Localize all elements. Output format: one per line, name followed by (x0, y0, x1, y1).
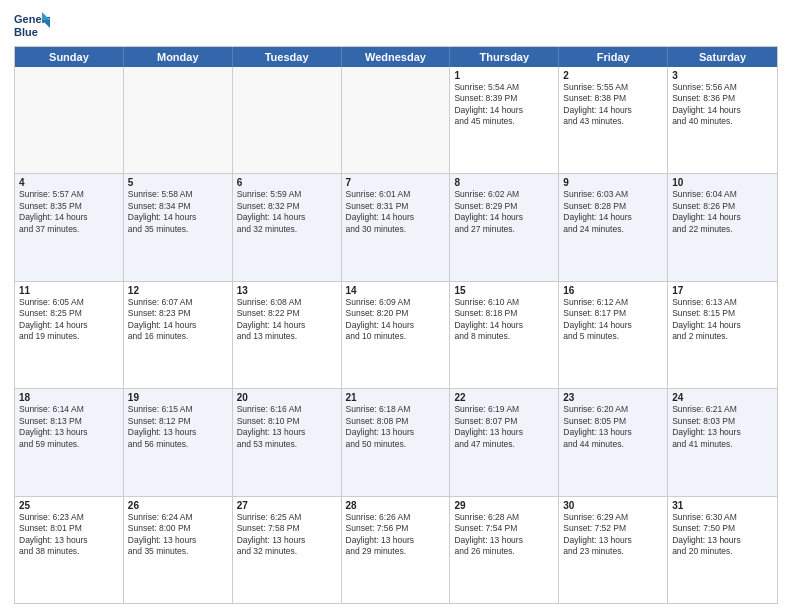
weekday-header: Tuesday (233, 47, 342, 67)
cell-info: Sunrise: 5:59 AM Sunset: 8:32 PM Dayligh… (237, 189, 337, 235)
calendar-header: SundayMondayTuesdayWednesdayThursdayFrid… (15, 47, 777, 67)
calendar-row: 1Sunrise: 5:54 AM Sunset: 8:39 PM Daylig… (15, 67, 777, 173)
calendar-cell: 7Sunrise: 6:01 AM Sunset: 8:31 PM Daylig… (342, 174, 451, 280)
cell-info: Sunrise: 6:16 AM Sunset: 8:10 PM Dayligh… (237, 404, 337, 450)
weekday-header: Wednesday (342, 47, 451, 67)
calendar-row: 4Sunrise: 5:57 AM Sunset: 8:35 PM Daylig… (15, 173, 777, 280)
cell-info: Sunrise: 6:29 AM Sunset: 7:52 PM Dayligh… (563, 512, 663, 558)
day-number: 5 (128, 177, 228, 188)
calendar-cell: 15Sunrise: 6:10 AM Sunset: 8:18 PM Dayli… (450, 282, 559, 388)
day-number: 21 (346, 392, 446, 403)
calendar-cell (233, 67, 342, 173)
day-number: 3 (672, 70, 773, 81)
calendar-cell: 14Sunrise: 6:09 AM Sunset: 8:20 PM Dayli… (342, 282, 451, 388)
cell-info: Sunrise: 6:19 AM Sunset: 8:07 PM Dayligh… (454, 404, 554, 450)
day-number: 19 (128, 392, 228, 403)
calendar-cell: 19Sunrise: 6:15 AM Sunset: 8:12 PM Dayli… (124, 389, 233, 495)
calendar-cell: 1Sunrise: 5:54 AM Sunset: 8:39 PM Daylig… (450, 67, 559, 173)
day-number: 8 (454, 177, 554, 188)
calendar-cell: 22Sunrise: 6:19 AM Sunset: 8:07 PM Dayli… (450, 389, 559, 495)
logo: General Blue (14, 10, 50, 40)
header: General Blue (14, 10, 778, 40)
day-number: 17 (672, 285, 773, 296)
cell-info: Sunrise: 6:15 AM Sunset: 8:12 PM Dayligh… (128, 404, 228, 450)
cell-info: Sunrise: 6:18 AM Sunset: 8:08 PM Dayligh… (346, 404, 446, 450)
cell-info: Sunrise: 6:13 AM Sunset: 8:15 PM Dayligh… (672, 297, 773, 343)
calendar-body: 1Sunrise: 5:54 AM Sunset: 8:39 PM Daylig… (15, 67, 777, 603)
day-number: 29 (454, 500, 554, 511)
cell-info: Sunrise: 6:23 AM Sunset: 8:01 PM Dayligh… (19, 512, 119, 558)
cell-info: Sunrise: 6:14 AM Sunset: 8:13 PM Dayligh… (19, 404, 119, 450)
cell-info: Sunrise: 6:10 AM Sunset: 8:18 PM Dayligh… (454, 297, 554, 343)
cell-info: Sunrise: 6:20 AM Sunset: 8:05 PM Dayligh… (563, 404, 663, 450)
cell-info: Sunrise: 6:04 AM Sunset: 8:26 PM Dayligh… (672, 189, 773, 235)
calendar-cell: 26Sunrise: 6:24 AM Sunset: 8:00 PM Dayli… (124, 497, 233, 603)
calendar-cell: 12Sunrise: 6:07 AM Sunset: 8:23 PM Dayli… (124, 282, 233, 388)
cell-info: Sunrise: 6:03 AM Sunset: 8:28 PM Dayligh… (563, 189, 663, 235)
day-number: 9 (563, 177, 663, 188)
svg-text:Blue: Blue (14, 26, 38, 38)
cell-info: Sunrise: 6:07 AM Sunset: 8:23 PM Dayligh… (128, 297, 228, 343)
calendar-row: 11Sunrise: 6:05 AM Sunset: 8:25 PM Dayli… (15, 281, 777, 388)
cell-info: Sunrise: 6:21 AM Sunset: 8:03 PM Dayligh… (672, 404, 773, 450)
calendar-cell: 18Sunrise: 6:14 AM Sunset: 8:13 PM Dayli… (15, 389, 124, 495)
calendar-cell: 30Sunrise: 6:29 AM Sunset: 7:52 PM Dayli… (559, 497, 668, 603)
day-number: 27 (237, 500, 337, 511)
day-number: 20 (237, 392, 337, 403)
day-number: 12 (128, 285, 228, 296)
calendar-cell: 4Sunrise: 5:57 AM Sunset: 8:35 PM Daylig… (15, 174, 124, 280)
day-number: 2 (563, 70, 663, 81)
calendar-cell (342, 67, 451, 173)
calendar-cell: 28Sunrise: 6:26 AM Sunset: 7:56 PM Dayli… (342, 497, 451, 603)
cell-info: Sunrise: 6:08 AM Sunset: 8:22 PM Dayligh… (237, 297, 337, 343)
calendar-cell: 29Sunrise: 6:28 AM Sunset: 7:54 PM Dayli… (450, 497, 559, 603)
day-number: 23 (563, 392, 663, 403)
day-number: 28 (346, 500, 446, 511)
calendar-cell: 31Sunrise: 6:30 AM Sunset: 7:50 PM Dayli… (668, 497, 777, 603)
weekday-header: Friday (559, 47, 668, 67)
cell-info: Sunrise: 6:09 AM Sunset: 8:20 PM Dayligh… (346, 297, 446, 343)
calendar-cell: 25Sunrise: 6:23 AM Sunset: 8:01 PM Dayli… (15, 497, 124, 603)
day-number: 6 (237, 177, 337, 188)
weekday-header: Saturday (668, 47, 777, 67)
logo-icon: General Blue (14, 10, 50, 40)
calendar-row: 18Sunrise: 6:14 AM Sunset: 8:13 PM Dayli… (15, 388, 777, 495)
cell-info: Sunrise: 5:54 AM Sunset: 8:39 PM Dayligh… (454, 82, 554, 128)
day-number: 30 (563, 500, 663, 511)
calendar-cell: 5Sunrise: 5:58 AM Sunset: 8:34 PM Daylig… (124, 174, 233, 280)
calendar-cell: 8Sunrise: 6:02 AM Sunset: 8:29 PM Daylig… (450, 174, 559, 280)
cell-info: Sunrise: 5:55 AM Sunset: 8:38 PM Dayligh… (563, 82, 663, 128)
calendar-row: 25Sunrise: 6:23 AM Sunset: 8:01 PM Dayli… (15, 496, 777, 603)
cell-info: Sunrise: 5:57 AM Sunset: 8:35 PM Dayligh… (19, 189, 119, 235)
day-number: 13 (237, 285, 337, 296)
day-number: 22 (454, 392, 554, 403)
cell-info: Sunrise: 6:12 AM Sunset: 8:17 PM Dayligh… (563, 297, 663, 343)
weekday-header: Sunday (15, 47, 124, 67)
cell-info: Sunrise: 6:02 AM Sunset: 8:29 PM Dayligh… (454, 189, 554, 235)
day-number: 18 (19, 392, 119, 403)
cell-info: Sunrise: 6:26 AM Sunset: 7:56 PM Dayligh… (346, 512, 446, 558)
calendar-cell: 2Sunrise: 5:55 AM Sunset: 8:38 PM Daylig… (559, 67, 668, 173)
calendar-cell: 13Sunrise: 6:08 AM Sunset: 8:22 PM Dayli… (233, 282, 342, 388)
weekday-header: Monday (124, 47, 233, 67)
day-number: 24 (672, 392, 773, 403)
calendar-cell: 27Sunrise: 6:25 AM Sunset: 7:58 PM Dayli… (233, 497, 342, 603)
calendar-cell (15, 67, 124, 173)
day-number: 16 (563, 285, 663, 296)
day-number: 31 (672, 500, 773, 511)
day-number: 1 (454, 70, 554, 81)
day-number: 11 (19, 285, 119, 296)
calendar-cell: 9Sunrise: 6:03 AM Sunset: 8:28 PM Daylig… (559, 174, 668, 280)
calendar-cell: 24Sunrise: 6:21 AM Sunset: 8:03 PM Dayli… (668, 389, 777, 495)
weekday-header: Thursday (450, 47, 559, 67)
cell-info: Sunrise: 6:01 AM Sunset: 8:31 PM Dayligh… (346, 189, 446, 235)
page: General Blue SundayMondayTuesdayWednesda… (0, 0, 792, 612)
calendar-cell: 23Sunrise: 6:20 AM Sunset: 8:05 PM Dayli… (559, 389, 668, 495)
day-number: 15 (454, 285, 554, 296)
cell-info: Sunrise: 5:56 AM Sunset: 8:36 PM Dayligh… (672, 82, 773, 128)
cell-info: Sunrise: 6:30 AM Sunset: 7:50 PM Dayligh… (672, 512, 773, 558)
day-number: 4 (19, 177, 119, 188)
cell-info: Sunrise: 5:58 AM Sunset: 8:34 PM Dayligh… (128, 189, 228, 235)
cell-info: Sunrise: 6:28 AM Sunset: 7:54 PM Dayligh… (454, 512, 554, 558)
day-number: 7 (346, 177, 446, 188)
